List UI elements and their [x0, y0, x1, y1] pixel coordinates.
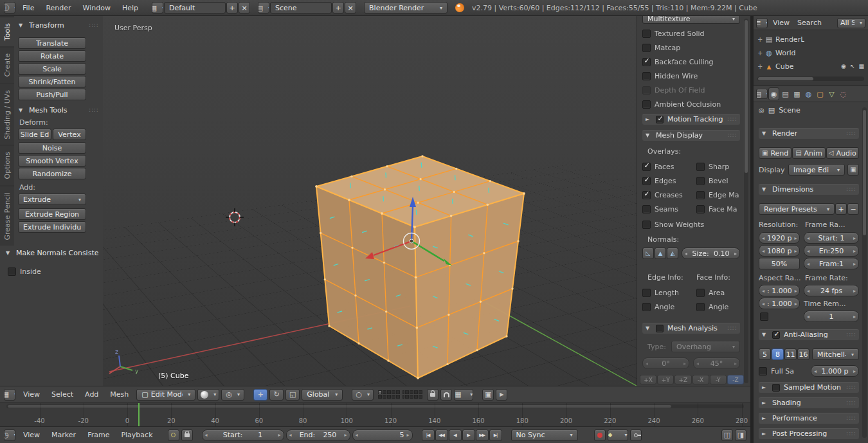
- editor-type-button[interactable]: [4, 429, 15, 441]
- menu-item[interactable]: Render: [40, 0, 77, 15]
- layer-toggle[interactable]: [387, 390, 391, 394]
- checkbox-row[interactable]: Creases: [642, 188, 696, 202]
- renderability-toggle-icon[interactable]: [858, 64, 864, 69]
- layer-toggle[interactable]: [410, 390, 413, 394]
- editor-type-button[interactable]: [756, 18, 768, 28]
- opengl-render-still-button[interactable]: [482, 389, 494, 401]
- menu-item[interactable]: Select: [46, 386, 79, 402]
- selectability-toggle-icon[interactable]: [850, 64, 855, 69]
- checkbox[interactable]: [696, 163, 705, 171]
- playback-button[interactable]: [435, 429, 448, 441]
- resolution-y-field[interactable]: 1080 p: [759, 245, 800, 257]
- playback-button[interactable]: [489, 429, 502, 441]
- motion-tracking-checkbox[interactable]: [656, 116, 664, 123]
- show-weights-row[interactable]: Show Weights: [642, 217, 740, 231]
- inside-checkbox-row[interactable]: Inside: [8, 264, 41, 278]
- checkbox-row[interactable]: Face Ma: [696, 202, 740, 216]
- checkbox[interactable]: [696, 289, 705, 297]
- tool-button[interactable]: Smooth Vertex: [18, 155, 86, 167]
- viewport-canvas[interactable]: yz: [103, 16, 637, 386]
- menu-item[interactable]: Window: [77, 0, 116, 15]
- drag-dots-icon[interactable]: [846, 186, 856, 193]
- align-button[interactable]: -X: [692, 375, 709, 384]
- checkbox-row[interactable]: Edges: [642, 174, 696, 188]
- tool-button[interactable]: Noise: [18, 142, 86, 154]
- tool-button[interactable]: Extrude Region: [18, 208, 86, 220]
- layer-toggle[interactable]: [405, 390, 409, 394]
- render-button[interactable]: Audio: [826, 147, 859, 159]
- checkbox-row[interactable]: Area: [696, 285, 740, 300]
- checkbox-row[interactable]: Depth Of Field: [642, 83, 740, 97]
- border-checkbox[interactable]: [760, 312, 768, 321]
- drag-dots-icon[interactable]: [846, 415, 856, 422]
- cube-mesh[interactable]: [315, 155, 525, 379]
- menu-item[interactable]: Search: [793, 16, 826, 30]
- display-filter-dropdown[interactable]: All S: [837, 18, 865, 28]
- playback-button[interactable]: [449, 429, 462, 441]
- layer-toggle[interactable]: [396, 390, 400, 394]
- mesh-analysis-panel-header[interactable]: Mesh Analysis: [642, 323, 740, 334]
- layer-toggle[interactable]: [402, 395, 404, 399]
- menu-item[interactable]: View: [17, 427, 46, 443]
- layer-toggle[interactable]: [419, 395, 422, 399]
- drag-dots-icon[interactable]: [727, 325, 737, 332]
- frame-start-field[interactable]: Start: 1: [804, 232, 859, 244]
- paste-button[interactable]: [735, 429, 746, 441]
- tool-button[interactable]: Randomize: [18, 168, 86, 179]
- split-normals-toggle[interactable]: [655, 248, 666, 259]
- range-min-field[interactable]: 0°: [642, 357, 689, 369]
- preset-remove-button[interactable]: −: [847, 203, 859, 215]
- drag-dots-icon[interactable]: [89, 22, 98, 29]
- aa-sample-toggle[interactable]: 11: [784, 348, 797, 360]
- scene-name-field[interactable]: Scene: [270, 2, 332, 14]
- aa-sample-toggle[interactable]: 8: [772, 348, 784, 360]
- checkbox-row[interactable]: Backface Culling: [642, 55, 740, 69]
- menu-item[interactable]: Mesh: [104, 386, 134, 402]
- render-panel-header[interactable]: Render: [759, 128, 859, 139]
- opengl-render-anim-button[interactable]: [496, 389, 507, 401]
- checkbox-row[interactable]: Bevel: [696, 174, 740, 188]
- checkbox-row[interactable]: Seams: [642, 202, 696, 216]
- transform-panel-header[interactable]: Transform: [15, 20, 102, 31]
- viewport-3d[interactable]: yz User Persp (5) Cube: [103, 16, 637, 386]
- preset-add-button[interactable]: +: [835, 203, 847, 215]
- tool-button[interactable]: Slide Ed: [18, 129, 51, 140]
- align-button[interactable]: +Y: [657, 375, 674, 384]
- panel-header[interactable]: Shading: [759, 397, 859, 408]
- properties-tab[interactable]: [826, 87, 837, 100]
- scene-add-button[interactable]: +: [332, 2, 344, 14]
- checkbox-row[interactable]: Textured Solid: [642, 26, 740, 41]
- panel-header[interactable]: Post Processing: [759, 428, 859, 439]
- drag-dots-icon[interactable]: [846, 430, 856, 437]
- layer-toggle[interactable]: [378, 395, 382, 399]
- keyingset-lock-button[interactable]: [181, 429, 193, 441]
- checkbox[interactable]: [642, 100, 651, 109]
- outliner-item[interactable]: RenderL: [754, 33, 868, 46]
- layer-toggle[interactable]: [378, 390, 382, 394]
- playback-button[interactable]: [422, 429, 435, 441]
- checkbox[interactable]: [642, 72, 651, 80]
- resolution-x-field[interactable]: 1920 p: [759, 232, 800, 244]
- align-button[interactable]: -Z: [727, 375, 744, 384]
- transform-orientation-dropdown[interactable]: Global: [302, 389, 343, 401]
- drag-dots-icon[interactable]: [727, 132, 737, 139]
- layer-toggle[interactable]: [405, 395, 409, 399]
- display-mode-dropdown[interactable]: Image Edi: [788, 164, 845, 176]
- menu-item[interactable]: Marker: [46, 427, 82, 443]
- tool-button[interactable]: Rotate: [18, 50, 86, 62]
- checkbox-row[interactable]: Length: [642, 285, 696, 300]
- render-engine-dropdown[interactable]: Blender Render: [364, 2, 448, 14]
- menu-item[interactable]: Help: [116, 0, 144, 15]
- autokey-toggle[interactable]: [168, 429, 179, 441]
- layer-toggle[interactable]: [414, 395, 418, 399]
- frame-end-field[interactable]: En:250: [804, 245, 859, 257]
- tool-shelf-tab[interactable]: Grease Pencil: [0, 186, 14, 246]
- checkbox-row[interactable]: Sharp: [696, 159, 740, 174]
- copy-button[interactable]: [721, 429, 733, 441]
- drag-dots-icon[interactable]: [846, 399, 856, 406]
- aa-filter-dropdown[interactable]: Mitchell-: [812, 348, 859, 360]
- start-frame-field[interactable]: Start: 1: [202, 429, 284, 441]
- outliner-item[interactable]: Cube: [754, 60, 868, 73]
- screen-layout-name-field[interactable]: Default: [164, 2, 226, 14]
- sync-mode-dropdown[interactable]: No Sync: [511, 429, 578, 441]
